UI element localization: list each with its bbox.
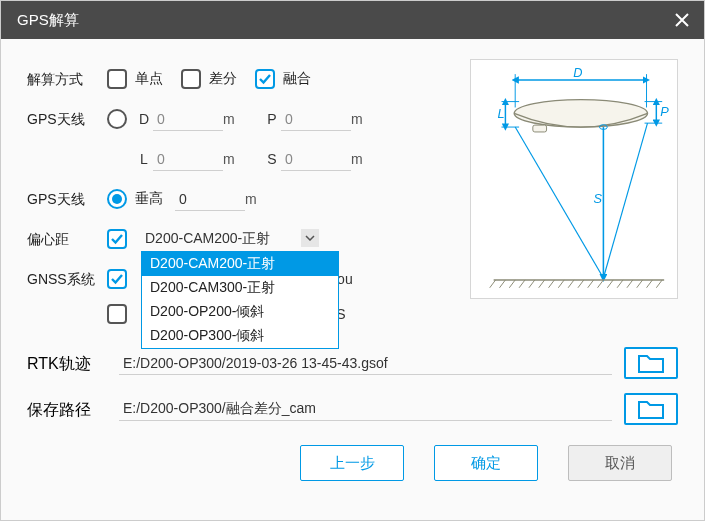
svg-line-17 bbox=[500, 280, 506, 288]
svg-line-23 bbox=[558, 280, 564, 288]
unit-l: m bbox=[223, 151, 251, 167]
check-icon bbox=[110, 272, 124, 286]
offset-dropdown: D200-CAM200-正射 D200-CAM300-正射 D200-OP200… bbox=[141, 251, 339, 349]
diagram-p-label: P bbox=[660, 104, 669, 119]
label-antenna2: GPS天线 bbox=[27, 189, 107, 209]
mode-single-label: 单点 bbox=[135, 70, 163, 88]
svg-line-16 bbox=[490, 280, 496, 288]
checkbox-offset[interactable] bbox=[107, 229, 127, 249]
checkbox-gnss-1[interactable] bbox=[107, 269, 127, 289]
mode-single[interactable]: 单点 bbox=[107, 69, 163, 89]
chevron-down-icon bbox=[301, 229, 319, 247]
mode-fusion-label: 融合 bbox=[283, 70, 311, 88]
check-icon bbox=[258, 72, 272, 86]
svg-line-28 bbox=[607, 280, 613, 288]
input-save-path[interactable] bbox=[119, 398, 612, 421]
close-icon bbox=[674, 12, 690, 28]
svg-line-24 bbox=[568, 280, 574, 288]
checkbox-single[interactable] bbox=[107, 69, 127, 89]
cancel-button[interactable]: 取消 bbox=[568, 445, 672, 481]
input-p[interactable] bbox=[281, 108, 351, 131]
folder-icon bbox=[637, 398, 665, 420]
radio-vertical[interactable] bbox=[107, 189, 127, 209]
svg-line-29 bbox=[617, 280, 623, 288]
browse-save-button[interactable] bbox=[624, 393, 678, 425]
title-bar: GPS解算 bbox=[1, 1, 704, 39]
offset-option[interactable]: D200-CAM200-正射 bbox=[142, 252, 338, 276]
svg-line-32 bbox=[647, 280, 653, 288]
svg-line-22 bbox=[549, 280, 555, 288]
row-antenna-ls: L m S m bbox=[27, 139, 450, 179]
antenna-p-label: P bbox=[263, 111, 281, 127]
svg-line-31 bbox=[637, 280, 643, 288]
svg-rect-4 bbox=[533, 125, 547, 132]
input-s[interactable] bbox=[281, 148, 351, 171]
folder-icon bbox=[637, 352, 665, 374]
svg-line-26 bbox=[588, 280, 594, 288]
antenna-d-label: D bbox=[135, 111, 153, 127]
svg-line-27 bbox=[598, 280, 604, 288]
antenna-s-label: S bbox=[263, 151, 281, 167]
mode-fusion[interactable]: 融合 bbox=[255, 69, 311, 89]
row-antenna-vertical: GPS天线 垂高 m bbox=[27, 179, 450, 219]
label-mode: 解算方式 bbox=[27, 69, 107, 89]
checkbox-fusion[interactable] bbox=[255, 69, 275, 89]
close-button[interactable] bbox=[666, 4, 698, 36]
offset-option[interactable]: D200-OP300-倾斜 bbox=[142, 324, 338, 348]
label-antenna1: GPS天线 bbox=[27, 109, 107, 129]
offset-option[interactable]: D200-OP200-倾斜 bbox=[142, 300, 338, 324]
svg-line-33 bbox=[656, 280, 662, 288]
offset-select[interactable]: D200-CAM200-正射 D200-CAM200-正射 D200-CAM30… bbox=[141, 227, 321, 252]
mode-diff-label: 差分 bbox=[209, 70, 237, 88]
input-vertical[interactable] bbox=[175, 188, 245, 211]
unit-d: m bbox=[223, 111, 251, 127]
button-row: 上一步 确定 取消 bbox=[27, 445, 678, 481]
offset-select-box[interactable]: D200-CAM200-正射 bbox=[141, 227, 321, 252]
row-save: 保存路径 bbox=[27, 393, 678, 425]
row-antenna-dp: GPS天线 D m P m bbox=[27, 99, 450, 139]
antenna-vertical-label: 垂高 bbox=[135, 190, 175, 208]
label-gnss: GNSS系统 bbox=[27, 269, 107, 289]
dialog-body: 解算方式 单点 差分 融合 bbox=[1, 39, 704, 520]
diagram-s-label: S bbox=[594, 192, 603, 207]
check-icon bbox=[110, 232, 124, 246]
svg-line-20 bbox=[529, 280, 535, 288]
svg-line-11 bbox=[515, 127, 603, 278]
prev-button[interactable]: 上一步 bbox=[300, 445, 404, 481]
svg-line-30 bbox=[627, 280, 633, 288]
svg-line-19 bbox=[519, 280, 525, 288]
checkbox-diff[interactable] bbox=[181, 69, 201, 89]
radio-d[interactable] bbox=[107, 109, 127, 129]
browse-rtk-button[interactable] bbox=[624, 347, 678, 379]
row-mode: 解算方式 单点 差分 融合 bbox=[27, 59, 450, 99]
dialog-title: GPS解算 bbox=[17, 11, 666, 30]
svg-line-12 bbox=[603, 123, 647, 278]
svg-line-18 bbox=[509, 280, 515, 288]
unit-vertical: m bbox=[245, 191, 273, 207]
offset-option[interactable]: D200-CAM300-正射 bbox=[142, 276, 338, 300]
svg-line-25 bbox=[578, 280, 584, 288]
svg-line-21 bbox=[539, 280, 545, 288]
diagram-d-label: D bbox=[573, 66, 582, 80]
label-save: 保存路径 bbox=[27, 398, 107, 421]
unit-s: m bbox=[351, 151, 379, 167]
input-rtk-path[interactable] bbox=[119, 352, 612, 375]
ok-button[interactable]: 确定 bbox=[434, 445, 538, 481]
label-offset: 偏心距 bbox=[27, 229, 107, 249]
input-d[interactable] bbox=[153, 108, 223, 131]
checkbox-gnss-2[interactable] bbox=[107, 304, 127, 324]
antenna-l-label: L bbox=[135, 151, 153, 167]
input-l[interactable] bbox=[153, 148, 223, 171]
offset-selected: D200-CAM200-正射 bbox=[145, 230, 270, 248]
row-rtk: RTK轨迹 bbox=[27, 347, 678, 379]
mode-diff[interactable]: 差分 bbox=[181, 69, 237, 89]
diagram-l-label: L bbox=[498, 106, 505, 121]
gps-dialog: GPS解算 解算方式 单点 差分 bbox=[0, 0, 705, 521]
row-offset: 偏心距 D200-CAM200-正射 D200-CAM20 bbox=[27, 219, 450, 259]
unit-p: m bbox=[351, 111, 379, 127]
antenna-diagram: D L P bbox=[470, 59, 678, 299]
label-rtk: RTK轨迹 bbox=[27, 352, 107, 375]
